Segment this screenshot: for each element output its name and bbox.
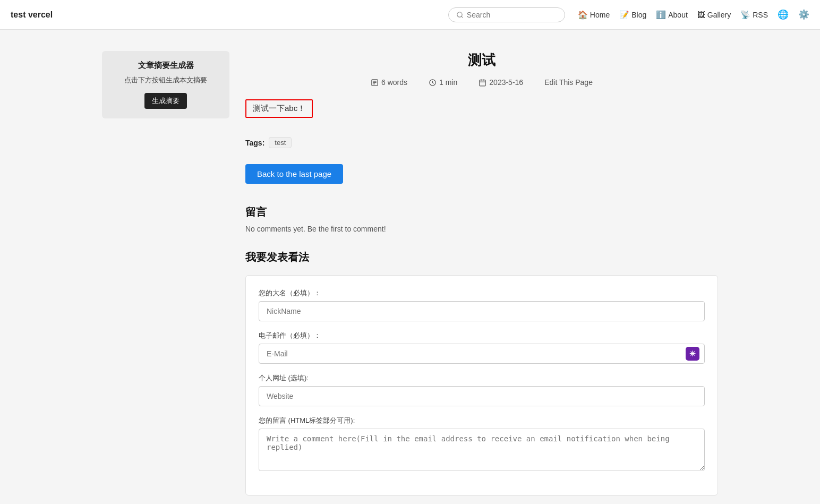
clock-icon — [429, 79, 437, 87]
gallery-icon: 🖼 — [697, 10, 705, 19]
nav-blog-label: Blog — [631, 11, 646, 19]
article-title: 测试 — [245, 51, 718, 70]
svg-line-1 — [462, 16, 463, 18]
meta-time: 1 min — [429, 78, 457, 87]
main-nav: 🏠 Home 📝 Blog ℹ️ About 🖼 Gallery 📡 RSS 🌐… — [578, 9, 809, 20]
email-avatar-icon: ✳ — [686, 347, 699, 361]
nickname-input[interactable] — [259, 301, 705, 321]
comment-label: 您的留言 (HTML标签部分可用): — [259, 416, 705, 425]
nav-gallery[interactable]: 🖼 Gallery — [697, 10, 731, 19]
nav-home[interactable]: 🏠 Home — [578, 10, 610, 20]
comment-textarea[interactable] — [259, 429, 705, 471]
tags-row: Tags: test — [245, 137, 718, 148]
nickname-field: 您的大名（必填）： — [259, 288, 705, 321]
email-label: 电子邮件（必填）： — [259, 331, 705, 340]
widget-title: 文章摘要生成器 — [110, 61, 221, 71]
nav-rss-label: RSS — [753, 11, 768, 19]
about-icon: ℹ️ — [656, 10, 666, 20]
nav-gallery-label: Gallery — [707, 11, 731, 19]
summary-widget: 文章摘要生成器 点击下方按钮生成本文摘要 生成摘要 — [102, 51, 229, 118]
edit-page-link[interactable]: Edit This Page — [544, 78, 593, 87]
tags-label: Tags: — [245, 139, 264, 147]
nickname-label: 您的大名（必填）： — [259, 288, 705, 298]
svg-point-0 — [457, 12, 462, 16]
nav-about[interactable]: ℹ️ About — [656, 10, 688, 20]
generate-summary-button[interactable]: 生成摘要 — [144, 93, 187, 109]
rss-icon: 📡 — [740, 10, 750, 20]
nav-about-label: About — [668, 11, 688, 19]
home-icon: 🏠 — [578, 10, 588, 20]
header: test vercel 🏠 Home 📝 Blog ℹ️ About 🖼 Gal… — [0, 0, 820, 30]
tag-badge[interactable]: test — [269, 137, 292, 148]
widget-desc: 点击下方按钮生成本文摘要 — [110, 75, 221, 86]
content-highlight-box: 测试一下abc！ — [245, 99, 313, 118]
nav-home-label: Home — [590, 11, 610, 19]
website-field: 个人网址 (选填): — [259, 373, 705, 406]
comment-form-title: 我要发表看法 — [245, 250, 718, 264]
website-input[interactable] — [259, 386, 705, 406]
website-label: 个人网址 (选填): — [259, 373, 705, 383]
comments-section-title: 留言 — [245, 205, 718, 219]
site-logo: test vercel — [11, 10, 53, 20]
meta-words: 6 words — [371, 78, 407, 87]
back-button[interactable]: Back to the last page — [245, 164, 343, 184]
main-content: 测试 6 words 1 min 2023-5-16 Edit This Pag… — [245, 51, 718, 496]
calendar-icon — [479, 79, 486, 87]
email-input[interactable] — [259, 344, 705, 364]
blog-icon: 📝 — [619, 10, 629, 20]
comment-form: 您的大名（必填）： 电子邮件（必填）： ✳ 个人网址 (选填): 您的留言 (H… — [245, 275, 718, 496]
page-wrapper: 文章摘要生成器 点击下方按钮生成本文摘要 生成摘要 测试 6 words 1 m… — [91, 30, 729, 504]
sidebar: 文章摘要生成器 点击下方按钮生成本文摘要 生成摘要 — [102, 51, 229, 496]
email-wrapper: ✳ — [259, 344, 705, 364]
words-icon — [371, 79, 379, 87]
article-body: 测试一下abc！ — [245, 99, 718, 126]
article-meta: 6 words 1 min 2023-5-16 Edit This Page — [245, 78, 718, 87]
comment-field: 您的留言 (HTML标签部分可用): — [259, 416, 705, 473]
nav-blog[interactable]: 📝 Blog — [619, 10, 646, 20]
meta-date: 2023-5-16 — [479, 78, 523, 87]
search-bar[interactable] — [448, 7, 565, 22]
language-icon[interactable]: 🌐 — [778, 9, 789, 20]
search-input[interactable] — [467, 11, 557, 19]
svg-rect-7 — [480, 80, 485, 86]
nav-rss[interactable]: 📡 RSS — [740, 10, 768, 20]
no-comments-text: No comments yet. Be the first to comment… — [245, 225, 718, 233]
email-field: 电子邮件（必填）： ✳ — [259, 331, 705, 364]
search-icon — [456, 11, 464, 19]
settings-icon[interactable]: ⚙️ — [798, 9, 809, 20]
